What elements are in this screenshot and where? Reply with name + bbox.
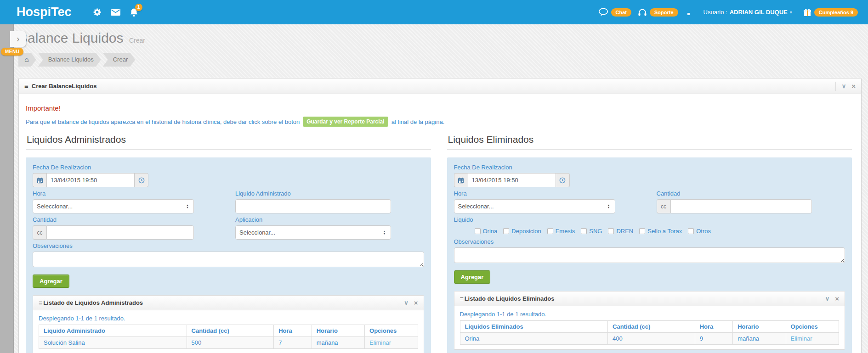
cc-addon: cc xyxy=(33,225,46,240)
panel-collapse-icon[interactable]: ∨ xyxy=(404,298,408,308)
breadcrumb-item-crear: Crear xyxy=(103,53,136,67)
panel-title: Crear BalanceLiquidos xyxy=(32,83,97,90)
observaciones-label: Observaciones xyxy=(454,238,845,246)
liquido-administrado-label: Liquido Administrado xyxy=(235,190,391,197)
column-header: Horario xyxy=(733,321,786,333)
messages-button[interactable] xyxy=(111,9,120,16)
chevron-right-icon: › xyxy=(17,34,20,43)
note-text-before: Para que el balance de liquidos aparezca… xyxy=(26,118,300,125)
observaciones-textarea[interactable] xyxy=(454,247,845,263)
table-row: Orina 400 9 mañana Eliminar xyxy=(460,333,839,345)
liquido-administrado-input[interactable] xyxy=(235,199,391,213)
brand-logo[interactable]: HospiTec xyxy=(17,5,72,19)
agregar-button[interactable]: Agregar xyxy=(33,275,69,288)
listado-eliminados-title: Listado de Liquidos Eliminados xyxy=(465,295,555,302)
result-summary: Desplegando 1-1 de 1 resultado. xyxy=(39,315,418,322)
observaciones-textarea[interactable] xyxy=(33,252,424,267)
result-summary: Desplegando 1-1 de 1 resultado. xyxy=(460,311,840,318)
hamburger-icon: ≡ xyxy=(24,82,28,90)
eliminados-table: Liquidos Eliminados Cantidad (cc) Hora H… xyxy=(460,320,840,345)
settings-button[interactable] xyxy=(93,8,102,17)
administrados-table: Liquido Administrado Cantidad (cc) Hora … xyxy=(39,325,418,349)
top-navbar: HospiTec 1 Chat xyxy=(0,0,868,24)
panel-close-icon[interactable]: × xyxy=(835,294,839,303)
column-header: Liquido Administrado xyxy=(39,325,187,337)
page-title: Balance Liquidos xyxy=(18,30,124,45)
cell-hora: 7 xyxy=(274,337,312,349)
agregar-button[interactable]: Agregar xyxy=(454,270,491,284)
cantidad-label: Cantidad xyxy=(657,190,812,197)
eliminar-link[interactable]: Eliminar xyxy=(791,335,812,342)
page-subtitle: Crear xyxy=(129,37,145,44)
hora-select[interactable]: Seleccionar... ▲▼ xyxy=(33,199,194,213)
cell-horario: mañana xyxy=(312,337,364,349)
envelope-icon xyxy=(111,9,120,16)
liquido-checkbox-group: Orina Deposicion Emesis SNG DREN Sello a… xyxy=(454,225,845,235)
notification-count-badge: 1 xyxy=(135,4,142,11)
calendar-icon xyxy=(33,173,46,187)
fecha-input[interactable] xyxy=(468,173,556,187)
clock-icon[interactable] xyxy=(556,173,570,187)
note-save-badge: Guardar y ver Reporte Parcial xyxy=(303,117,388,127)
clock-icon[interactable] xyxy=(135,173,148,187)
orina-checkbox[interactable] xyxy=(475,228,481,234)
page-content: Balance Liquidos Crear ⌂ Balance Liquido… xyxy=(14,24,868,353)
important-note: Para que el balance de liquidos aparezca… xyxy=(26,117,852,127)
user-dropdown[interactable]: Usuario : ADRIAN GIL DUQUE ▾ xyxy=(703,9,792,16)
cell-hora: 9 xyxy=(695,333,732,345)
administrados-heading: Liquidos Administrados xyxy=(27,134,431,145)
panel-close-icon[interactable]: × xyxy=(414,298,418,308)
notifications-button[interactable]: 1 xyxy=(130,8,138,17)
sello-torax-checkbox[interactable] xyxy=(639,228,645,234)
column-header: Hora xyxy=(695,321,732,333)
cell-liquido: Orina xyxy=(460,333,608,345)
navbar-divider-dot xyxy=(687,13,690,15)
birthday-menu[interactable]: Cumpleaños 9 xyxy=(803,8,858,17)
observaciones-label: Observaciones xyxy=(33,242,424,250)
dren-checkbox[interactable] xyxy=(608,228,614,234)
cantidad-input[interactable] xyxy=(46,225,194,240)
cell-cantidad: 400 xyxy=(608,333,695,345)
eliminados-form: Fecha De Realizacion xyxy=(447,157,852,353)
eliminar-link[interactable]: Eliminar xyxy=(369,339,391,346)
important-heading: Importante! xyxy=(26,104,852,112)
column-header: Cantidad (cc) xyxy=(187,325,274,337)
hamburger-icon: ≡ xyxy=(39,299,42,307)
eliminados-section: Liquidos Eliminados Fecha De Realizacion xyxy=(447,134,852,353)
cantidad-input[interactable] xyxy=(670,199,812,213)
sng-checkbox[interactable] xyxy=(581,228,587,234)
administrados-form: Fecha De Realizacion xyxy=(26,157,431,353)
hora-select[interactable]: Seleccionar... ▲▼ xyxy=(454,199,615,213)
user-name-label: ADRIAN GIL DUQUE xyxy=(730,9,788,16)
listado-eliminados-panel: ≡ Listado de Liquidos Eliminados ∨ × Des… xyxy=(454,291,845,350)
gift-icon xyxy=(803,8,811,17)
panel-collapse-icon[interactable]: ∨ xyxy=(842,82,846,91)
breadcrumb: ⌂ Balance Liquidos Crear xyxy=(18,53,862,67)
column-header: Liquidos Eliminados xyxy=(460,321,608,333)
deposicion-checkbox[interactable] xyxy=(503,228,509,234)
chat-menu[interactable]: Chat xyxy=(598,8,631,17)
select-stepper-icon: ▲▼ xyxy=(186,204,189,209)
hora-label: Hora xyxy=(454,190,615,197)
liquido-label: Liquido xyxy=(454,216,845,224)
panel-collapse-icon[interactable]: ∨ xyxy=(825,294,830,303)
note-text-after: al final de la página. xyxy=(391,118,445,125)
select-stepper-icon: ▲▼ xyxy=(383,230,386,235)
birthday-badge: Cumpleaños 9 xyxy=(814,8,858,17)
aplicacion-select[interactable]: Seleccionar... ▲▼ xyxy=(235,225,391,240)
column-header: Cantidad (cc) xyxy=(608,321,695,333)
listado-administrados-panel: ≡ Listado de Liquidos Administrados ∨ × … xyxy=(33,295,424,353)
column-header: Opciones xyxy=(786,321,839,333)
sidebar-toggle[interactable]: › xyxy=(10,31,26,47)
panel-close-icon[interactable]: × xyxy=(851,82,856,91)
eliminados-heading: Liquidos Eliminados xyxy=(448,134,852,145)
breadcrumb-item-balance-liquidos[interactable]: Balance Liquidos xyxy=(38,53,101,67)
collapsed-sidebar xyxy=(0,24,14,353)
support-menu[interactable]: Soporte xyxy=(638,8,678,17)
emesis-checkbox[interactable] xyxy=(547,228,553,234)
home-icon: ⌂ xyxy=(24,56,29,63)
support-badge: Soporte xyxy=(650,8,678,17)
otros-checkbox[interactable] xyxy=(688,228,694,234)
fecha-input[interactable] xyxy=(46,173,135,187)
cell-horario: mañana xyxy=(733,333,786,345)
